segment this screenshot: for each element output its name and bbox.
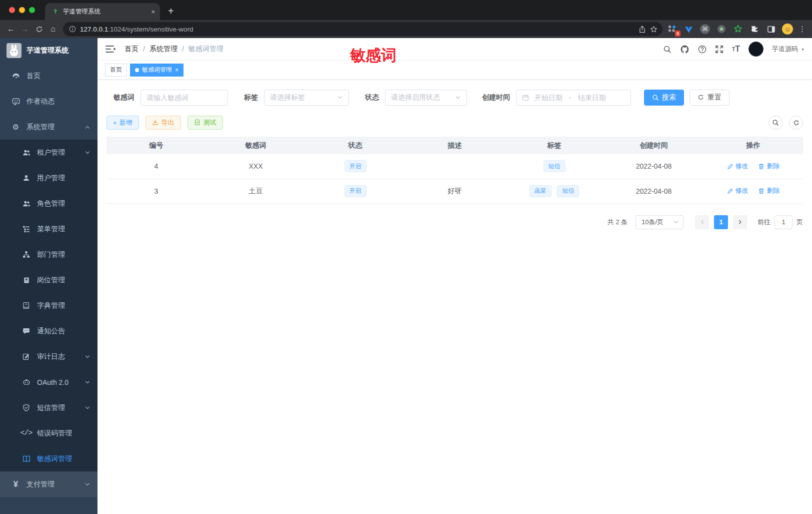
sidebar-item-payment[interactable]: ¥ 支付管理: [0, 471, 98, 497]
help-icon[interactable]: [698, 45, 706, 54]
forward-button[interactable]: →: [18, 22, 32, 36]
reset-button[interactable]: 重置: [690, 90, 730, 106]
tab-close-icon[interactable]: ×: [175, 67, 178, 73]
sidebar-item-home[interactable]: 首页: [0, 63, 98, 89]
browser-tab[interactable]: 芋道管理系统 ×: [45, 3, 160, 20]
sidebar-item-post[interactable]: 岗位管理: [0, 267, 98, 293]
sidebar-item-role[interactable]: 角色管理: [0, 191, 98, 216]
sidebar-item-sensitive-word[interactable]: 敏感词管理: [0, 446, 98, 471]
new-tab-button[interactable]: +: [168, 6, 174, 16]
home-button[interactable]: ⌂: [46, 22, 60, 36]
sidebar-item-dict[interactable]: 字典管理: [0, 293, 98, 318]
goto-page-input[interactable]: [774, 215, 792, 229]
sidebar-item-oauth[interactable]: OAuth 2.0: [0, 369, 98, 395]
next-page-button[interactable]: [733, 215, 747, 229]
table-row: 3 土豆 开启 好呀 蔬菜 短信 2022-04-08 修改 删除: [106, 179, 803, 203]
browser-tabstrip: 芋道管理系统 × +: [0, 0, 812, 20]
sidebar-logo: 芋道管理系统: [0, 38, 98, 63]
chevron-down-icon: [84, 481, 90, 487]
status-select[interactable]: 请选择启用状态: [385, 90, 467, 106]
bookmark-star-icon[interactable]: [650, 26, 658, 33]
breadcrumb-home[interactable]: 首页: [124, 45, 138, 54]
sidebar-item-audit-log[interactable]: 审计日志: [0, 344, 98, 369]
date-end-input[interactable]: [576, 94, 608, 102]
cell-id: 3: [106, 179, 206, 203]
cell-created: 2022-04-08: [604, 154, 704, 179]
tag-label: 标签: [244, 93, 258, 102]
chevron-down-icon: [84, 379, 90, 385]
refresh-table-button[interactable]: [789, 116, 803, 130]
extensions-puzzle-icon[interactable]: [749, 24, 760, 35]
col-actions: 操作: [704, 137, 803, 154]
sidebar-item-error-code[interactable]: </> 错误码管理: [0, 420, 98, 446]
tag-select[interactable]: 请选择标签: [264, 90, 349, 106]
cell-status: 开启: [306, 154, 405, 179]
fullscreen-icon[interactable]: [715, 45, 724, 54]
page-size-select[interactable]: 10条/页: [636, 215, 684, 229]
tag-chip: 短信: [557, 185, 579, 197]
chevron-down-icon: [84, 405, 90, 411]
browser-menu-icon[interactable]: ⋮: [798, 25, 806, 34]
date-range-picker[interactable]: -: [516, 90, 631, 106]
site-info-icon[interactable]: [69, 26, 76, 33]
keyword-input[interactable]: [146, 94, 222, 102]
url-path: :1024/system/sensitive-word: [108, 26, 193, 33]
sidebar-fold-icon[interactable]: [106, 45, 116, 54]
recorder-extension-icon[interactable]: [716, 24, 727, 35]
vue-devtools-icon[interactable]: [683, 24, 694, 35]
sidebar-item-sms[interactable]: 短信管理: [0, 395, 98, 420]
back-button[interactable]: ←: [4, 22, 18, 36]
sidebar-item-notice[interactable]: 通知公告: [0, 318, 98, 344]
sidebar-item-menu[interactable]: 菜单管理: [0, 216, 98, 242]
reload-button[interactable]: [32, 22, 46, 36]
edit-link[interactable]: 修改: [727, 162, 748, 171]
page-number-1[interactable]: 1: [714, 215, 728, 229]
page-suffix: 页: [796, 218, 803, 227]
header-search-icon[interactable]: [663, 45, 672, 54]
side-panel-icon[interactable]: [766, 24, 776, 35]
comment-bubble-icon: [22, 327, 30, 335]
green-star-extension-icon[interactable]: [732, 24, 744, 35]
sidebar-item-system[interactable]: ⚙ 系统管理: [0, 114, 98, 140]
github-icon[interactable]: [680, 45, 690, 54]
status-label: 状态: [365, 93, 379, 102]
minimize-window-button[interactable]: [19, 7, 25, 13]
user-avatar[interactable]: [748, 42, 764, 57]
col-word: 敏感词: [206, 137, 306, 154]
profile-avatar[interactable]: ☺: [782, 24, 793, 35]
export-button[interactable]: 导出: [146, 116, 181, 130]
tag-tab-sensitive-word[interactable]: 敏感词管理 ×: [130, 64, 184, 77]
close-window-button[interactable]: [9, 7, 15, 13]
tag-tab-home[interactable]: 首页: [105, 64, 127, 77]
breadcrumb-system[interactable]: 系统管理: [150, 45, 178, 54]
address-bar[interactable]: 127.0.0.1:1024/system/sensitive-word: [63, 22, 662, 36]
sidebar-item-author-news[interactable]: 作者动态: [0, 89, 98, 114]
extension-grid-icon[interactable]: 9: [666, 24, 678, 35]
test-button[interactable]: 测试: [188, 116, 223, 130]
share-icon[interactable]: [638, 26, 646, 33]
window-controls: [0, 0, 45, 20]
toggle-search-button[interactable]: [768, 116, 782, 130]
edit-link[interactable]: 修改: [727, 186, 748, 195]
delete-link[interactable]: 删除: [758, 162, 780, 171]
sidebar-item-user[interactable]: 用户管理: [0, 165, 98, 191]
zoom-window-button[interactable]: [29, 7, 35, 13]
font-size-icon[interactable]: TT: [732, 45, 740, 54]
gear-icon: ⚙: [12, 123, 20, 132]
command-extension-icon[interactable]: ⌘: [700, 24, 710, 35]
user-menu[interactable]: 芋道源码 ▾: [772, 45, 804, 54]
users-icon: [22, 149, 30, 157]
sidebar-item-tenant[interactable]: 租户管理: [0, 140, 98, 165]
browser-chrome: 芋道管理系统 × + ← → ⌂ 127.0.0.1:1024/system/s…: [0, 0, 812, 38]
favicon-leaf-icon: [52, 8, 59, 15]
sidebar-item-dept[interactable]: 部门管理: [0, 242, 98, 267]
date-start-input[interactable]: [532, 94, 565, 102]
add-button[interactable]: + 新增: [106, 116, 139, 130]
cell-actions: 修改 删除: [704, 154, 803, 179]
prev-page-button[interactable]: [695, 215, 709, 229]
chevron-down-icon: [673, 219, 679, 225]
delete-link[interactable]: 删除: [758, 186, 780, 195]
extension-badge: 9: [675, 31, 680, 37]
tab-close-icon[interactable]: ×: [151, 8, 155, 16]
search-button[interactable]: 搜索: [644, 90, 684, 106]
